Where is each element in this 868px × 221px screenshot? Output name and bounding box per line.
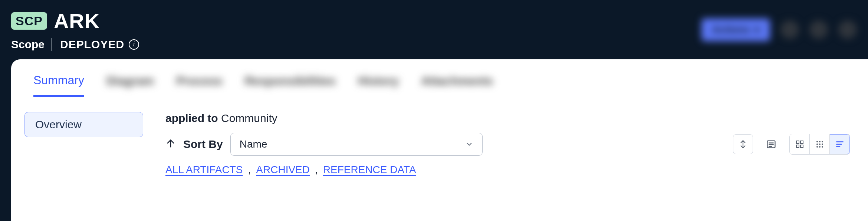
view-tools [733,134,850,155]
facet-link[interactable]: ARCHIVED [256,164,310,176]
facets-row: ALL ARTIFACTS, ARCHIVED, REFERENCE DATA [165,164,850,176]
status-row: Scope DEPLOYED i [11,38,139,51]
applied-to-value: Community [221,112,277,124]
sort-select[interactable]: Name [230,133,483,156]
tab-summary[interactable]: Summary [33,73,84,97]
applied-to-label: applied to [165,112,218,124]
svg-point-15 [822,144,823,145]
tab-item[interactable]: Diagram [106,74,154,96]
header-icon-2[interactable] [809,20,828,39]
main-panel: Summary Diagram Process Responsibilities… [11,59,868,221]
grid-large-view-button[interactable] [790,134,810,154]
svg-point-13 [816,144,818,145]
tab-item[interactable]: Attachments [421,74,493,96]
sort-row: Sort By Name [165,133,850,156]
expand-collapse-button[interactable] [733,134,753,154]
applied-to-row: applied to Community [165,112,850,125]
sidebar-item-overview[interactable]: Overview [24,112,143,137]
app-header: SCP ARK Scope DEPLOYED i Actions ▾ [0,0,868,59]
header-actions: Actions ▾ [701,19,857,41]
svg-point-10 [816,141,818,142]
actions-button[interactable]: Actions ▾ [701,19,770,41]
arrow-up-icon[interactable] [165,138,176,149]
header-left: SCP ARK Scope DEPLOYED i [11,9,139,51]
info-icon[interactable]: i [129,39,139,50]
svg-rect-7 [800,141,803,144]
svg-point-18 [822,146,823,148]
actions-button-label: Actions [712,24,750,36]
list-detail-icon[interactable] [761,134,781,154]
svg-point-14 [819,144,821,145]
svg-rect-9 [800,145,803,148]
svg-rect-8 [796,145,799,148]
chevron-down-icon [465,140,473,148]
facet-link[interactable]: ALL ARTIFACTS [165,164,243,176]
sidebar: Overview [24,112,143,176]
tab-item[interactable]: Process [176,74,223,96]
scope-label: Scope [11,38,52,51]
tabs: Summary Diagram Process Responsibilities… [11,59,868,97]
view-mode-group [789,134,850,155]
tab-item[interactable]: History [358,74,399,96]
title-row: SCP ARK [11,9,139,33]
scope-type-badge: SCP [11,12,47,30]
svg-rect-6 [796,141,799,144]
svg-point-11 [819,141,821,142]
tab-item[interactable]: Responsibilities [244,74,335,96]
header-icon-3[interactable] [838,20,857,39]
sort-by-label: Sort By [183,138,223,151]
grid-small-view-button[interactable] [810,134,830,154]
deployment-status: DEPLOYED i [60,38,139,51]
sort-select-value: Name [240,138,267,150]
svg-point-16 [816,146,818,148]
svg-point-17 [819,146,821,148]
svg-point-12 [822,141,823,142]
header-icon-1[interactable] [780,20,799,39]
facet-link[interactable]: REFERENCE DATA [323,164,416,176]
list-view-button[interactable] [830,134,850,154]
chevron-down-icon: ▾ [754,24,760,36]
main-column: applied to Community Sort By Name [165,112,850,176]
content: Overview applied to Community Sort By Na… [11,97,868,176]
status-badge: DEPLOYED [60,38,124,51]
page-title: ARK [54,9,100,33]
